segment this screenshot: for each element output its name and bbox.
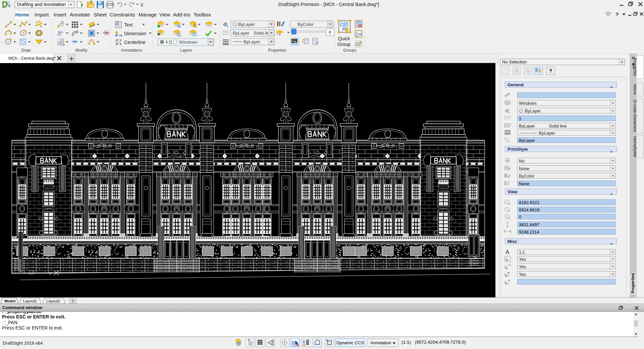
svg-text:Group: Group (337, 42, 351, 47)
svg-text:A: A (117, 22, 119, 25)
svg-text:Layout2: Layout2 (46, 299, 60, 303)
svg-text:?: ? (615, 11, 619, 17)
svg-text:S: S (8, 4, 10, 8)
svg-text:ByColor: ByColor (298, 22, 314, 27)
svg-text:0.0: 0.0 (508, 264, 511, 266)
svg-text:A: A (508, 279, 510, 282)
svg-text:Centerline: Centerline (124, 40, 146, 45)
svg-text:Windows: Windows (179, 40, 198, 45)
svg-text:0: 0 (329, 30, 331, 35)
svg-text:ByLayer: ByLayer (238, 22, 255, 27)
svg-text:Quick: Quick (338, 36, 351, 41)
svg-text:E: E (303, 340, 305, 344)
svg-text:ByLayer: ByLayer (233, 31, 250, 36)
svg-text:Text: Text (124, 22, 133, 28)
svg-text:Model: Model (4, 299, 15, 303)
svg-text:Layout1: Layout1 (23, 299, 37, 303)
svg-text:Dimension: Dimension (124, 31, 146, 36)
svg-text:A: A (295, 41, 297, 44)
svg-text:ByLayer: ByLayer (244, 39, 260, 44)
svg-text:MARKER: MARKER (292, 345, 297, 347)
